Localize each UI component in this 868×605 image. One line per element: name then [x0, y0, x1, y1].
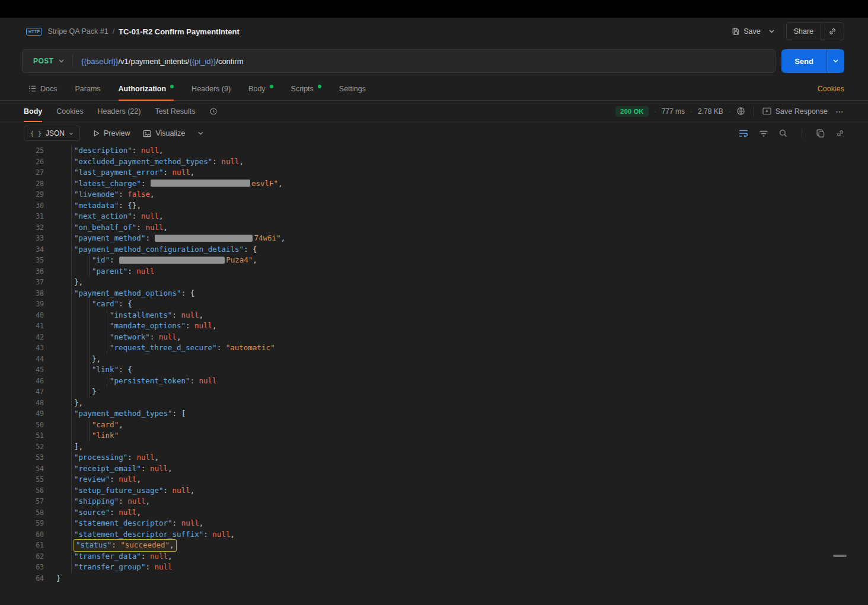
code-token: ,: [199, 310, 204, 319]
tab-authorization[interactable]: Authorization: [119, 77, 174, 100]
indent-guide: [56, 376, 72, 387]
indent-guide: [56, 430, 72, 441]
indent-guide: [56, 222, 72, 233]
line-number: 43: [0, 342, 56, 354]
chevron-down-icon: [833, 59, 838, 63]
tab-docs[interactable]: Docs: [28, 77, 57, 100]
code-token: ,: [168, 464, 173, 473]
method-selector[interactable]: POST: [23, 57, 72, 65]
filter-button[interactable]: [760, 130, 768, 137]
code-line: 43"request_three_d_secure": "automatic": [0, 342, 868, 354]
tab-params[interactable]: Params: [75, 77, 100, 100]
indent-guide: [56, 255, 72, 266]
preview-button[interactable]: Preview: [93, 129, 130, 137]
tab-settings[interactable]: Settings: [339, 77, 366, 100]
save-response-button[interactable]: Save Response: [762, 107, 828, 116]
line-number: 52: [0, 441, 56, 453]
code-text: "card",: [92, 420, 123, 431]
code-token: "payment_method": [74, 233, 145, 242]
indent-guide: [56, 321, 72, 332]
response-tab-body[interactable]: Body: [24, 101, 42, 121]
code-token: ,: [150, 190, 155, 199]
save-button[interactable]: Save: [728, 24, 764, 39]
indent-guide: [74, 376, 90, 387]
send-button[interactable]: Send: [781, 49, 826, 73]
globe-icon: [736, 107, 745, 116]
code-token: ,: [168, 552, 173, 561]
code-token: ,: [170, 540, 174, 549]
wrap-text-button[interactable]: [739, 130, 748, 137]
cookies-link[interactable]: Cookies: [818, 85, 844, 93]
code-token: : {: [119, 299, 132, 308]
code-text: "parent": null: [92, 266, 154, 277]
code-line: 59"statement_descriptor": null,: [0, 518, 868, 529]
code-token: "network": [110, 332, 150, 341]
response-time[interactable]: 777 ms: [662, 107, 685, 116]
preview-label: Preview: [104, 129, 130, 137]
copy-link-button[interactable]: [821, 23, 844, 40]
share-button[interactable]: Share: [787, 23, 821, 40]
tab-headers[interactable]: Headers (9): [192, 77, 231, 100]
code-line: 33"payment_method": 74w6i",: [0, 233, 868, 244]
code-line: 30"metadata": {},: [0, 200, 868, 212]
response-tab-test-results[interactable]: Test Results: [155, 101, 195, 121]
code-token: :: [110, 475, 119, 484]
save-options-chevron[interactable]: [765, 26, 778, 37]
code-token: ,: [159, 146, 164, 155]
indent-guide: [56, 518, 72, 529]
response-link-button[interactable]: [836, 129, 844, 137]
line-number: 37: [0, 277, 56, 288]
indent-guide: [74, 354, 90, 365]
code-token: "request_three_d_secure": [110, 343, 217, 352]
code-text: "statement_descriptor": null,: [74, 518, 203, 529]
indent-guide: [56, 540, 72, 551]
code-line: 52],: [0, 441, 868, 453]
code-token: :: [173, 518, 181, 527]
code-line: 36"parent": null: [0, 266, 868, 277]
code-token: "last_payment_error": [74, 168, 164, 177]
visualize-button[interactable]: Visualize: [143, 129, 185, 137]
tab-label: Body: [24, 107, 42, 116]
tab-scripts[interactable]: Scripts: [291, 77, 321, 100]
indent-guide: [56, 266, 72, 277]
copy-button[interactable]: [816, 129, 825, 137]
format-selector[interactable]: { } JSON: [24, 126, 80, 141]
code-token: {}: [127, 201, 136, 210]
response-tab-headers[interactable]: Headers (22): [97, 101, 141, 121]
code-text: "payment_method_configuration_details": …: [74, 244, 257, 255]
breadcrumb-collection[interactable]: Stripe QA Pack #1: [47, 27, 108, 36]
code-text: "description": null,: [74, 145, 164, 156]
search-button[interactable]: [779, 129, 787, 137]
code-token: }: [56, 574, 61, 582]
code-text: "statement_descriptor_suffix": null,: [74, 529, 235, 540]
code-token: "setup_future_usage": [74, 486, 164, 495]
response-history-button[interactable]: [209, 107, 218, 116]
indent-guide: [56, 441, 72, 453]
view-options-chevron[interactable]: [198, 132, 203, 135]
wrap-text-icon: [739, 130, 748, 137]
code-line: 38"payment_method_options": {: [0, 288, 868, 299]
url-input[interactable]: {{baseUrl}}/v1/payment_intents/{{pi_id}}…: [81, 57, 243, 66]
code-text: "payment_method": 74w6i",: [74, 233, 285, 244]
code-token: },: [74, 277, 83, 286]
copy-icon: [816, 129, 825, 137]
indent-guide: [92, 342, 107, 354]
indent-guide: [56, 244, 72, 255]
more-options-button[interactable]: ⋯: [835, 107, 844, 116]
code-token: null: [150, 464, 168, 473]
indent-guide: [56, 288, 72, 299]
response-tab-cookies[interactable]: Cookies: [56, 101, 83, 121]
indent-guide: [56, 200, 72, 212]
code-token: :: [164, 168, 173, 177]
scrollbar-thumb[interactable]: [833, 555, 847, 557]
indent-guide: [92, 376, 107, 387]
response-size[interactable]: 2.78 KB: [698, 107, 723, 116]
code-token: null: [194, 321, 212, 330]
tab-body[interactable]: Body: [248, 77, 273, 100]
code-text: "link": {: [92, 364, 132, 376]
code-token: :: [127, 453, 136, 462]
indent-guide: [56, 529, 72, 540]
network-info-button[interactable]: [736, 107, 745, 116]
status-badge[interactable]: 200 OK: [615, 106, 649, 117]
send-options-chevron[interactable]: [826, 49, 844, 73]
